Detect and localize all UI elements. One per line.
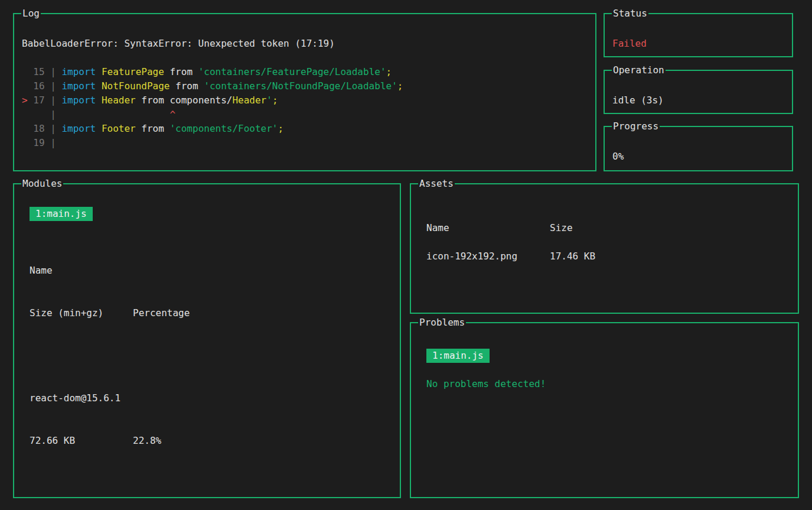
assets-panel-title: Assets [418, 177, 455, 191]
modules-header-cols: Size (min+gz)Percentage [30, 306, 400, 320]
assets-header-size: Size [550, 222, 573, 233]
status-panel: Status Failed [604, 13, 793, 57]
log-panel: Log BabelLoaderError: SyntaxError: Unexp… [13, 13, 596, 171]
asset-size: 17.46 KB [550, 251, 595, 262]
problems-panel-title: Problems [418, 316, 466, 330]
log-error-line: BabelLoaderError: SyntaxError: Unexpecte… [22, 37, 595, 51]
modules-header-size: Size (min+gz) [30, 306, 133, 320]
code-line-19: 19 | [22, 136, 595, 150]
asset-row: icon-192x192.png17.46 KB [426, 249, 798, 264]
assets-header-name: Name [426, 221, 550, 235]
code-caret-line: | ^ [22, 108, 595, 122]
code-line-18: 18 | import Footer from 'components/Foot… [22, 122, 595, 136]
code-line-15: 15 | import FeaturePage from 'containers… [22, 65, 595, 79]
module-row: react-dom@15.6.1 72.66 KB22.8% [30, 363, 400, 476]
webpack-dashboard: { "colors":{ "background":"#1d1d1d", "bo… [0, 0, 812, 510]
status-panel-title: Status [612, 7, 648, 21]
log-panel-title: Log [21, 7, 41, 21]
operation-panel-title: Operation [612, 63, 666, 77]
module-row: core-js@2.5.1 69.35 KB21.7% [30, 490, 400, 510]
modules-bundle-badge: 1:main.js [30, 207, 93, 221]
log-blank-line [22, 51, 595, 65]
problems-message: No problems detected! [426, 377, 798, 391]
code-line-17: > 17 | import Header from components/Hea… [22, 93, 595, 108]
assets-panel: Assets NameSize icon-192x192.png17.46 KB [410, 183, 799, 314]
asset-name: icon-192x192.png [426, 249, 550, 264]
status-value: Failed [612, 37, 792, 51]
module-name: react-dom@15.6.1 [30, 391, 400, 405]
modules-panel: Modules 1:main.js Name Size (min+gz)Perc… [13, 183, 401, 498]
operation-value: idle (3s) [612, 93, 792, 108]
progress-panel-title: Progress [612, 119, 660, 134]
module-size: 72.66 KB [30, 434, 133, 448]
modules-header-percentage: Percentage [133, 307, 190, 319]
log-output: BabelLoaderError: SyntaxError: Unexpecte… [22, 37, 595, 150]
code-line-16: 16 | import NotFoundPage from 'container… [22, 79, 595, 93]
modules-panel-title: Modules [21, 177, 63, 191]
progress-value: 0% [612, 150, 792, 164]
operation-panel: Operation idle (3s) [604, 70, 793, 114]
progress-panel: Progress 0% [604, 126, 793, 171]
assets-table-header: NameSize [426, 221, 798, 235]
modules-header-name: Name [30, 264, 400, 278]
module-percentage: 22.8% [133, 435, 161, 446]
modules-table-header: Name Size (min+gz)Percentage [30, 235, 400, 349]
problems-bundle-badge: 1:main.js [426, 349, 490, 363]
problems-panel: Problems 1:main.js No problems detected! [410, 322, 799, 498]
